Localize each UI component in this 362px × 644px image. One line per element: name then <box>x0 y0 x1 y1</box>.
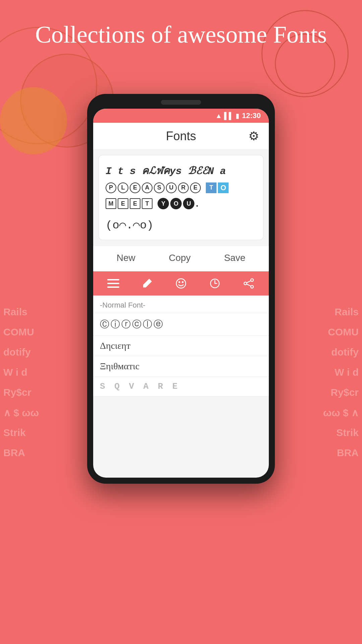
svg-line-11 <box>246 284 250 286</box>
new-button[interactable]: New <box>107 250 145 266</box>
boxed-e: E <box>118 198 128 209</box>
phone-screen: ▲ ▌▌ ▮ 12:30 Fonts ⚙ I t s คℒฬคys ℬℰℰN a… <box>93 109 269 478</box>
phone-device: ▲ ▌▌ ▮ 12:30 Fonts ⚙ I t s คℒฬคys ℬℰℰN a… <box>87 94 275 484</box>
circled-l: L <box>118 182 128 193</box>
action-buttons-row: New Copy Save <box>93 246 269 271</box>
preview-line-2: P L E A S U R E T O <box>106 181 256 195</box>
black-o: O <box>170 198 182 209</box>
svg-point-8 <box>244 282 247 285</box>
status-icons: ▲ ▌▌ ▮ <box>216 112 239 120</box>
blue-t: T <box>206 182 217 193</box>
svg-point-7 <box>251 279 253 281</box>
black-u: U <box>183 198 194 209</box>
svg-rect-0 <box>107 279 119 280</box>
tab-share[interactable] <box>237 271 260 296</box>
circled-e: E <box>130 182 140 193</box>
svg-line-10 <box>246 281 250 283</box>
circled-r: R <box>178 182 189 193</box>
font-list: -Normal Font- Ⓒⓘⓡⓒⓛⓔ Δηcιεηт Ξηιθмαтιc S… <box>93 296 269 396</box>
text-preview-area[interactable]: I t s คℒฬคys ℬℰℰN a P L E A S U R E T O <box>99 155 263 240</box>
copy-button[interactable]: Copy <box>159 250 200 266</box>
font-item-enigmatic[interactable]: Ξηιθмαтιc <box>93 356 269 377</box>
circled-s: S <box>154 182 165 193</box>
font-ancient-display: Δηcιεηт <box>100 340 130 351</box>
battery-icon: ▮ <box>236 112 239 120</box>
blue-o: O <box>218 182 229 193</box>
period: . <box>196 196 198 211</box>
settings-button[interactable]: ⚙ <box>245 128 262 145</box>
font-item-sqvare[interactable]: S Q V A R E <box>93 377 269 396</box>
status-bar: ▲ ▌▌ ▮ 12:30 <box>93 109 269 123</box>
black-y: Y <box>158 198 169 209</box>
svg-point-5 <box>182 282 183 283</box>
normal-font-label: -Normal Font- <box>93 296 269 313</box>
preview-line-1: I t s คℒฬคys ℬℰℰN a <box>106 163 256 179</box>
font-enigmatic-display: Ξηιθмαтιc <box>100 361 139 371</box>
boxed-m: M <box>106 198 116 209</box>
tab-list[interactable] <box>102 271 125 296</box>
wifi-icon: ▲ <box>216 112 222 120</box>
font-sqvare-display: S Q V A R E <box>100 381 180 391</box>
svg-rect-1 <box>107 283 119 284</box>
hero-title: Collections of awesome Fonts <box>0 20 362 49</box>
circled-a: A <box>142 182 153 193</box>
boxed-e2: E <box>130 198 140 209</box>
status-time: 12:30 <box>242 111 261 120</box>
svg-point-4 <box>179 282 180 283</box>
font-circle-display: Ⓒⓘⓡⓒⓛⓔ <box>100 319 164 329</box>
phone-outer: ▲ ▌▌ ▮ 12:30 Fonts ⚙ I t s คℒฬคys ℬℰℰN a… <box>87 94 275 484</box>
tab-bar <box>93 271 269 296</box>
circled-p: P <box>106 182 116 193</box>
save-button[interactable]: Save <box>214 250 255 266</box>
preview-line-3: M E E T Y O U . <box>106 196 256 211</box>
phone-speaker <box>161 100 201 105</box>
tab-emoji[interactable] <box>169 271 193 296</box>
emoji-face: (o⌒.⌒o) <box>106 218 256 232</box>
tab-history[interactable] <box>203 271 227 296</box>
font-item-circle[interactable]: Ⓒⓘⓡⓒⓛⓔ <box>93 313 269 336</box>
circled-u: U <box>166 182 177 193</box>
svg-rect-2 <box>107 286 119 288</box>
deco-circle-3 <box>0 87 67 154</box>
circled-e2: E <box>190 182 201 193</box>
font-item-ancient[interactable]: Δηcιεηт <box>93 336 269 356</box>
app-header: Fonts ⚙ <box>93 123 269 150</box>
svg-point-9 <box>251 285 253 288</box>
tab-edit[interactable] <box>135 271 159 296</box>
svg-point-3 <box>176 279 186 288</box>
app-title: Fonts <box>166 129 196 143</box>
signal-icon: ▌▌ <box>224 112 233 120</box>
boxed-t: T <box>142 198 153 209</box>
